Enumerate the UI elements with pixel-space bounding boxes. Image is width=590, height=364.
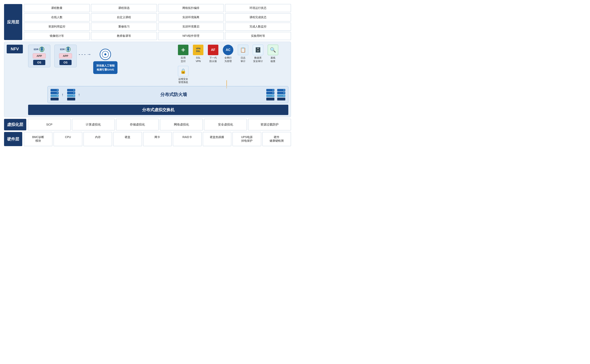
orange-arrow-indicator: ↑	[226, 80, 228, 90]
sxf-logo-icon	[102, 51, 109, 58]
hw-cell-2: 内存	[84, 132, 112, 146]
sxf-circle	[100, 49, 111, 60]
app-cell-8: 资源利用监控	[24, 23, 90, 31]
server-unit	[51, 92, 59, 94]
app-cell-11: 完成人数监控	[225, 23, 291, 31]
firewall-row: ↑ ↑ 分布式防火墙	[51, 88, 285, 101]
vpn-text-ssl: SSL	[196, 50, 200, 52]
edr-icon-2	[65, 46, 71, 52]
security-icons-row: 应用交付 VPN SSL SSLVPN	[177, 45, 288, 84]
server-base	[51, 98, 59, 100]
virt-cell-1: 计算虚拟化	[72, 119, 115, 130]
sec-icon-ngfw: AF 下一代防火墙	[207, 45, 219, 63]
app-layer-label: 应用层	[4, 4, 22, 40]
baseline-icon: 🔍	[268, 45, 278, 55]
server-unit	[266, 95, 274, 97]
app-cell-9: 重修练习	[91, 23, 157, 31]
save-label: 深信服人工智能检测引擎SAVE	[96, 64, 115, 71]
vpn-icon: VPN SSL	[193, 45, 203, 55]
hw-grid: BMC诊断模块 CPU 内存 硬盘 网卡 RAID卡 硬盘热插播 UPS电源掉电…	[24, 132, 291, 146]
ngfw-icon: AF	[208, 45, 218, 55]
hw-cell-1: CPU	[53, 132, 82, 146]
server-base4	[277, 98, 285, 100]
virt-cell-4: 安全虚拟化	[204, 119, 247, 130]
server-unit	[51, 95, 59, 97]
virt-cell-2: 存储虚拟化	[116, 119, 159, 130]
server-unit	[51, 89, 59, 91]
server-stack-left1	[51, 89, 59, 100]
ac-icon: AC	[223, 45, 233, 55]
ac-label: 全网行为管理	[224, 56, 232, 63]
db-icon: 🗄️	[253, 45, 263, 55]
vswitch-bar: 分布式虚拟交换机	[28, 105, 288, 115]
virt-cell-0: SCP	[28, 119, 71, 130]
delivery-icon	[178, 45, 189, 55]
ops-icon: 🔒	[178, 66, 189, 76]
sxf-save-group: 深信服人工智能检测引擎SAVE	[93, 49, 118, 74]
delivery-label: 应用交付	[181, 56, 186, 63]
main-container: 应用层 课程数量 课程筛选 网络拓扑编排 环境运行状态 在线人数 自定义课程 实…	[4, 4, 291, 146]
app-cell-6: 实训环境隔离	[158, 13, 224, 21]
nfv-label: NFV	[7, 45, 23, 53]
hw-cell-6: 硬盘热插播	[203, 132, 231, 146]
up-arrow-2: ↑	[78, 92, 80, 97]
server-unit	[277, 92, 285, 94]
app-cell-12: 镜像统计等	[24, 32, 90, 40]
app-cell-2: 网络拓扑编排	[158, 4, 224, 12]
log-icon: 📋	[238, 45, 248, 55]
hw-cell-3: 硬盘	[113, 132, 142, 146]
up-arrow-1: ↑	[61, 92, 64, 97]
firewall-text: 分布式防火墙	[160, 92, 187, 97]
delivery-svg	[179, 46, 187, 54]
ops-label: 运维安全管理系统	[178, 78, 188, 84]
hw-cell-5: RAID卡	[173, 132, 201, 146]
hw-cell-0: BMC诊断模块	[24, 132, 52, 146]
log-label: 日志审计	[241, 56, 245, 63]
server-base3	[266, 98, 274, 100]
vm1-os-box: OS	[33, 60, 45, 65]
vswitch-label: 分布式虚拟交换机	[142, 108, 175, 112]
ngfw-label: 下一代防火墙	[210, 56, 217, 63]
app-cell-1: 课程筛选	[91, 4, 157, 12]
db-label: 数据库安全审计	[253, 56, 263, 63]
sec-icon-baseline: 🔍 基线核查	[267, 45, 279, 63]
server-stack-right1	[266, 89, 274, 100]
server-unit	[67, 89, 75, 91]
vm-card-1: EDR APP OS	[28, 45, 50, 67]
server-unit	[67, 92, 75, 94]
app-cell-10: 实训环境重启	[158, 23, 224, 31]
app-cell-4: 在线人数	[24, 13, 90, 21]
hw-layer-label: 硬件层	[4, 132, 22, 146]
app-cell-14: NFV组件管理	[158, 32, 224, 40]
edr-label-1: EDR	[34, 48, 39, 51]
virt-grid: SCP 计算虚拟化 存储虚拟化 网络虚拟化 安全虚拟化 资源过载防护	[28, 119, 291, 130]
edr-label-2: EDR	[60, 48, 65, 51]
server-unit	[266, 92, 274, 94]
hw-cell-7: UPS电源掉电保护	[233, 132, 261, 146]
virt-cell-3: 网络虚拟化	[160, 119, 203, 130]
server-unit	[67, 95, 75, 97]
sec-icon-log: 📋 日志审计	[237, 45, 249, 63]
hw-cell-8: 硬件健康键检测	[262, 132, 291, 146]
vm1-app-box: APP	[33, 53, 46, 58]
baseline-label: 基线核查	[270, 56, 275, 63]
server-unit	[266, 89, 274, 91]
app-layer-section: 应用层 课程数量 课程筛选 网络拓扑编排 环境运行状态 在线人数 自定义课程 实…	[4, 4, 291, 40]
sec-icon-ops: 🔒 运维安全管理系统	[177, 66, 189, 84]
firewall-label: 分布式防火墙 ↑	[84, 88, 263, 101]
vm-card-2: EDR APP OS	[54, 45, 77, 67]
edr-badge-2: EDR	[60, 46, 71, 52]
hw-section: 硬件层 BMC诊断模块 CPU 内存 硬盘 网卡 RAID卡 硬盘热插播 UPS…	[4, 132, 291, 146]
vm2-app-box: APP	[59, 53, 72, 58]
app-cell-13: 教师备课等	[91, 32, 157, 40]
vm2-os-box: OS	[59, 60, 72, 65]
app-cell-3: 环境运行状态	[225, 4, 291, 12]
save-box: 深信服人工智能检测引擎SAVE	[93, 61, 118, 74]
server-unit	[277, 95, 285, 97]
virt-layer-label: 虚拟化层	[4, 119, 26, 130]
svg-point-6	[105, 53, 106, 55]
server-unit	[277, 89, 285, 91]
virt-section: 虚拟化层 SCP 计算虚拟化 存储虚拟化 网络虚拟化 安全虚拟化 资源过载防护	[4, 119, 291, 130]
sec-icon-db: 🗄️ 数据库安全审计	[252, 45, 264, 63]
app-cell-0: 课程数量	[24, 4, 90, 12]
